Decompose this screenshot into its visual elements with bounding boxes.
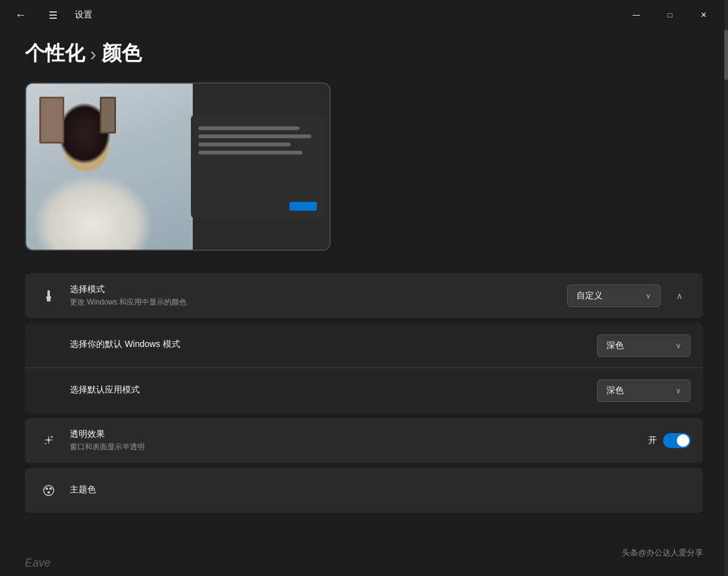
mode-dropdown-arrow: ∨ bbox=[646, 291, 651, 300]
preview-card bbox=[25, 82, 331, 251]
preview-content-lines bbox=[198, 127, 317, 155]
titlebar: ← ☰ 设置 — □ ✕ bbox=[0, 0, 728, 30]
sparkle-icon bbox=[42, 434, 56, 447]
mode-expand-button[interactable]: ∧ bbox=[668, 285, 691, 307]
app-mode-row: 选择默认应用模式 深色 ∨ bbox=[25, 368, 703, 413]
preview-line-3 bbox=[198, 143, 291, 147]
svg-point-5 bbox=[44, 486, 54, 495]
windows-mode-dropdown[interactable]: 深色 ∨ bbox=[597, 334, 691, 357]
transparency-text: 透明效果 窗口和表面显示半透明 bbox=[70, 429, 648, 452]
transparency-row: 透明效果 窗口和表面显示半透明 开 bbox=[25, 418, 703, 463]
mode-control: 自定义 ∨ ∧ bbox=[567, 285, 691, 307]
mode-row: 选择模式 更改 Windows 和应用中显示的颜色 自定义 ∨ ∧ bbox=[25, 273, 703, 318]
wall-frame-left bbox=[39, 97, 64, 143]
transparency-title: 透明效果 bbox=[70, 429, 648, 440]
svg-point-6 bbox=[46, 487, 48, 490]
window-controls: — □ ✕ bbox=[622, 5, 718, 25]
transparency-icon bbox=[37, 429, 60, 452]
sub-settings-section: 选择你的默认 Windows 模式 深色 ∨ 选择默认应用模式 深色 ∨ bbox=[25, 323, 703, 413]
preview-wallpaper bbox=[26, 84, 193, 250]
svg-point-3 bbox=[51, 436, 53, 438]
svg-point-8 bbox=[47, 491, 50, 494]
breadcrumb-current: 颜色 bbox=[102, 40, 142, 67]
windows-mode-title: 选择你的默认 Windows 模式 bbox=[70, 339, 597, 350]
app-mode-value: 深色 bbox=[606, 385, 624, 396]
mode-dropdown-value: 自定义 bbox=[576, 290, 603, 301]
transparency-toggle[interactable] bbox=[663, 433, 691, 448]
theme-color-row: 主题色 bbox=[25, 468, 703, 513]
mode-section: 选择模式 更改 Windows 和应用中显示的颜色 自定义 ∨ ∧ bbox=[25, 273, 703, 318]
breadcrumb-parent: 个性化 bbox=[25, 40, 85, 67]
preview-button bbox=[289, 202, 317, 210]
preview-line-1 bbox=[198, 127, 299, 130]
theme-color-title: 主题色 bbox=[70, 484, 691, 495]
toggle-knob bbox=[677, 434, 689, 447]
footer-brand: Eave bbox=[25, 557, 51, 570]
wall-frame-right bbox=[100, 97, 117, 134]
windows-mode-value: 深色 bbox=[606, 340, 624, 351]
mode-text: 选择模式 更改 Windows 和应用中显示的颜色 bbox=[70, 284, 567, 308]
svg-point-4 bbox=[45, 443, 46, 444]
svg-point-7 bbox=[49, 487, 52, 490]
preview-line-2 bbox=[198, 135, 311, 139]
app-mode-control: 深色 ∨ bbox=[597, 379, 691, 402]
svg-rect-2 bbox=[47, 298, 51, 301]
breadcrumb-separator: › bbox=[90, 42, 97, 66]
transparency-toggle-label: 开 bbox=[648, 435, 657, 446]
watermark: 头条@办公达人爱分享 bbox=[622, 547, 703, 559]
mode-dropdown[interactable]: 自定义 ∨ bbox=[567, 285, 661, 307]
app-title: 设置 bbox=[75, 9, 92, 21]
windows-mode-text: 选择你的默认 Windows 模式 bbox=[37, 339, 597, 352]
hamburger-button[interactable]: ☰ bbox=[44, 7, 62, 24]
mode-title: 选择模式 bbox=[70, 284, 567, 295]
scrollbar[interactable] bbox=[724, 0, 728, 576]
app-mode-text: 选择默认应用模式 bbox=[37, 384, 597, 398]
scrollbar-thumb bbox=[724, 30, 728, 80]
content-area: 选择模式 更改 Windows 和应用中显示的颜色 自定义 ∨ ∧ 选择你的默认… bbox=[0, 82, 728, 576]
minimize-button[interactable]: — bbox=[622, 5, 651, 25]
windows-mode-row: 选择你的默认 Windows 模式 深色 ∨ bbox=[25, 323, 703, 368]
titlebar-left: ← ☰ 设置 bbox=[10, 6, 92, 24]
svg-rect-1 bbox=[46, 296, 51, 298]
app-mode-title: 选择默认应用模式 bbox=[70, 384, 597, 396]
app-mode-dropdown[interactable]: 深色 ∨ bbox=[597, 379, 691, 402]
theme-color-icon bbox=[37, 479, 60, 502]
windows-mode-arrow: ∨ bbox=[676, 341, 681, 350]
transparency-control: 开 bbox=[648, 433, 691, 448]
close-button[interactable]: ✕ bbox=[689, 5, 718, 25]
palette-icon bbox=[42, 484, 56, 497]
theme-color-section: 主题色 bbox=[25, 468, 703, 513]
theme-color-text: 主题色 bbox=[70, 484, 691, 497]
preview-line-4 bbox=[198, 151, 303, 155]
mode-subtitle: 更改 Windows 和应用中显示的颜色 bbox=[70, 297, 567, 308]
transparency-section: 透明效果 窗口和表面显示半透明 开 bbox=[25, 418, 703, 463]
transparency-subtitle: 窗口和表面显示半透明 bbox=[70, 442, 648, 452]
windows-mode-control: 深色 ∨ bbox=[597, 334, 691, 357]
app-mode-arrow: ∨ bbox=[676, 386, 681, 395]
mode-icon bbox=[37, 285, 60, 307]
maximize-button[interactable]: □ bbox=[656, 5, 684, 25]
paint-icon bbox=[42, 289, 56, 303]
page-heading: 个性化 › 颜色 bbox=[0, 30, 728, 82]
back-button[interactable]: ← bbox=[10, 6, 31, 24]
preview-window-overlay bbox=[191, 115, 324, 218]
